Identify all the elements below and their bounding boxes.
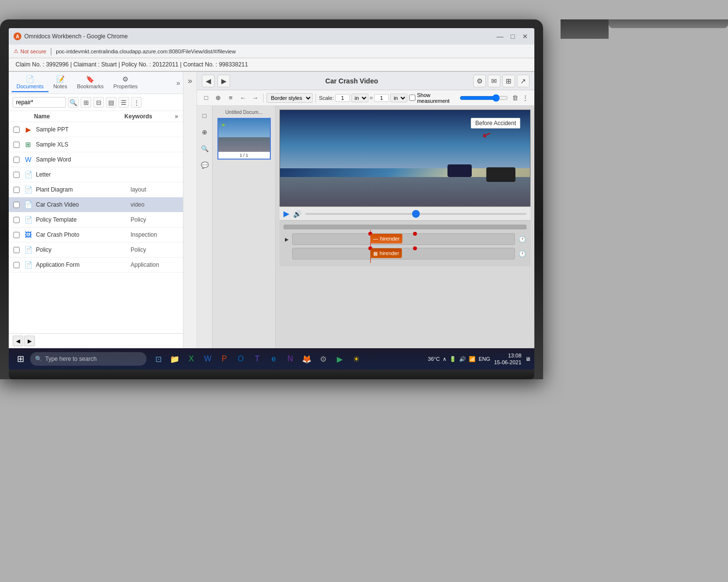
doc-row-letter[interactable]: 📄 Letter (9, 167, 183, 182)
start-button[interactable]: ⊞ (13, 351, 28, 367)
taskbar-explorer[interactable]: 📁 (167, 351, 182, 367)
task-view-button[interactable]: ⊡ (150, 351, 166, 367)
doc-row-application-form[interactable]: 📄 Application Form Application (9, 258, 183, 273)
scale-unit2-select[interactable]: in (390, 94, 407, 102)
next-frame-button[interactable]: ▶ (217, 75, 230, 87)
play-button[interactable]: ▶ (283, 209, 289, 218)
taskbar-teams[interactable]: T (249, 351, 265, 367)
line-tool[interactable]: ≡ (226, 92, 236, 104)
taskbar-edge[interactable]: e (266, 351, 281, 367)
doc-checkbox-sample-ppt[interactable] (13, 127, 20, 133)
prev-page-button[interactable]: ◀ (13, 336, 23, 346)
measurement-slider[interactable] (460, 94, 508, 102)
rectangle-sidebar-icon[interactable]: □ (199, 110, 211, 121)
doc-row-sample-ppt[interactable]: ▶ Sample PPT (9, 122, 183, 137)
track1-clock-icon[interactable]: 🕐 (518, 235, 527, 243)
download-button[interactable]: ↗ (517, 75, 529, 87)
layers-icon[interactable]: ⊕ (199, 126, 211, 138)
video-display: Before Accident ↙ (280, 110, 530, 207)
taskbar-app-8[interactable]: ⚙ (315, 351, 331, 367)
volume-button[interactable]: 🔊 (293, 210, 301, 218)
tab-notes[interactable]: 📝 Notes (49, 73, 72, 92)
maximize-button[interactable]: □ (508, 32, 517, 41)
settings-button[interactable]: ⚙ (473, 75, 486, 87)
stamp-tool[interactable]: ⊕ (213, 92, 223, 104)
tab-properties[interactable]: ⚙ Properties (108, 73, 142, 92)
tab-bookmarks[interactable]: 🔖 Bookmarks (72, 73, 108, 92)
timeline-chip-2[interactable]: ▦ hirender (370, 248, 402, 258)
doc-checkbox-car-crash-photo[interactable] (13, 232, 20, 238)
border-styles-select[interactable]: Border styles (266, 93, 313, 103)
taskbar-outlook[interactable]: O (233, 351, 248, 367)
scale-unit1-select[interactable]: in (351, 94, 368, 102)
taskbar-search-icon: 🔍 (35, 356, 42, 362)
close-button[interactable]: ✕ (521, 32, 529, 41)
list-button[interactable]: ☰ (118, 97, 129, 108)
track1-expand-button[interactable]: ▶ (283, 236, 290, 242)
doc-row-car-crash-video[interactable]: 📄 Car Crash Video video (9, 197, 183, 212)
doc-checkbox-policy[interactable] (13, 247, 20, 253)
doc-checkbox-application-form[interactable] (13, 262, 20, 268)
pdf-icon-plant: 📄 (23, 185, 33, 194)
grid-button[interactable]: ▤ (106, 97, 116, 108)
doc-row-plant-diagram[interactable]: 📄 Plant Diagram layout (9, 182, 183, 197)
timeline-chip-1[interactable]: — hirender (370, 234, 402, 243)
search-input[interactable] (13, 97, 66, 108)
next-page-button[interactable]: ▶ (24, 336, 35, 346)
tab-documents[interactable]: 📄 Documents (12, 73, 49, 92)
content-area: □ ⊕ 🔍 💬 Untitled Docum... ▶ (197, 106, 534, 348)
forward-button[interactable]: → (250, 92, 260, 104)
video-progress-slider[interactable] (305, 213, 527, 215)
taskbar-app-9[interactable]: ▶ (332, 351, 347, 367)
minimize-button[interactable]: — (496, 32, 504, 41)
doc-row-sample-word[interactable]: W Sample Word (9, 152, 183, 167)
show-measurement-checkbox[interactable] (409, 95, 415, 101)
timeline-scrollbar[interactable] (283, 225, 527, 229)
prev-frame-button[interactable]: ◀ (202, 75, 215, 87)
notification-icon[interactable]: 🖥 (525, 356, 530, 362)
taskbar-excel[interactable]: X (183, 351, 199, 367)
browser-logo: A (14, 32, 21, 40)
url-text[interactable]: poc-intdevmkt.centralindia.cloudapp.azur… (56, 48, 235, 54)
doc-row-policy[interactable]: 📄 Policy Policy (9, 242, 183, 258)
pdf-icon-car-crash: 📄 (23, 200, 33, 210)
back-button[interactable]: ← (238, 92, 248, 104)
main-content: ◀ ▶ Car Crash Video ⚙ ✉ ⊞ ↗ □ ⊕ ≡ ← (197, 72, 534, 348)
doc-checkbox-car-crash-video[interactable] (13, 202, 20, 208)
tabs-expand-button[interactable]: » (176, 79, 180, 87)
panel-expand-button[interactable]: » (183, 72, 197, 348)
doc-row-policy-template[interactable]: 📄 Policy Template Policy (9, 212, 183, 227)
taskbar-search[interactable]: 🔍 Type here to search (30, 352, 147, 366)
doc-checkbox-plant-diagram[interactable] (13, 187, 20, 193)
filter-button[interactable]: ⊟ (93, 97, 104, 108)
bookmarks-icon: 🔖 (86, 75, 94, 83)
search-button[interactable]: 🔍 (68, 97, 79, 108)
zoom-icon[interactable]: 🔍 (199, 143, 211, 154)
doc-checkbox-sample-xls[interactable] (13, 142, 20, 148)
doc-checkbox-policy-template[interactable] (13, 217, 20, 223)
add-button[interactable]: ⊞ (81, 97, 91, 108)
doc-checkbox-sample-word[interactable] (13, 157, 20, 163)
taskbar-onenote[interactable]: N (282, 351, 298, 367)
comment-icon[interactable]: 💬 (199, 159, 211, 171)
email-button[interactable]: ✉ (488, 75, 500, 87)
doc-checkbox-letter[interactable] (13, 172, 20, 178)
more-button[interactable]: ⋮ (131, 97, 142, 108)
scale-value2-input[interactable] (374, 94, 389, 102)
track2-clock-icon[interactable]: 🕐 (518, 249, 527, 258)
thumb-video-preview: ▶ (218, 119, 270, 152)
expand-all-button[interactable]: » (175, 113, 178, 120)
taskbar-firefox[interactable]: 🦊 (299, 351, 314, 367)
trash-button[interactable]: 🗑 (512, 94, 518, 101)
rectangle-tool[interactable]: □ (201, 92, 211, 104)
more-options-button[interactable]: ⋮ (520, 92, 530, 104)
thumbnail-item-1[interactable]: ▶ 1 / 1 (217, 118, 271, 160)
volume-tray-icon: 🔊 (459, 356, 466, 362)
copy-button[interactable]: ⊞ (502, 75, 515, 87)
scale-value-input[interactable] (335, 94, 350, 102)
taskbar-powerpoint[interactable]: P (216, 351, 232, 367)
taskbar-word[interactable]: W (200, 351, 215, 367)
doc-row-car-crash-photo[interactable]: 🖼 Car Crash Photo Inspection (9, 227, 183, 242)
doc-row-sample-xls[interactable]: ⊞ Sample XLS (9, 137, 183, 152)
taskbar-weather[interactable]: ☀ (348, 351, 364, 367)
